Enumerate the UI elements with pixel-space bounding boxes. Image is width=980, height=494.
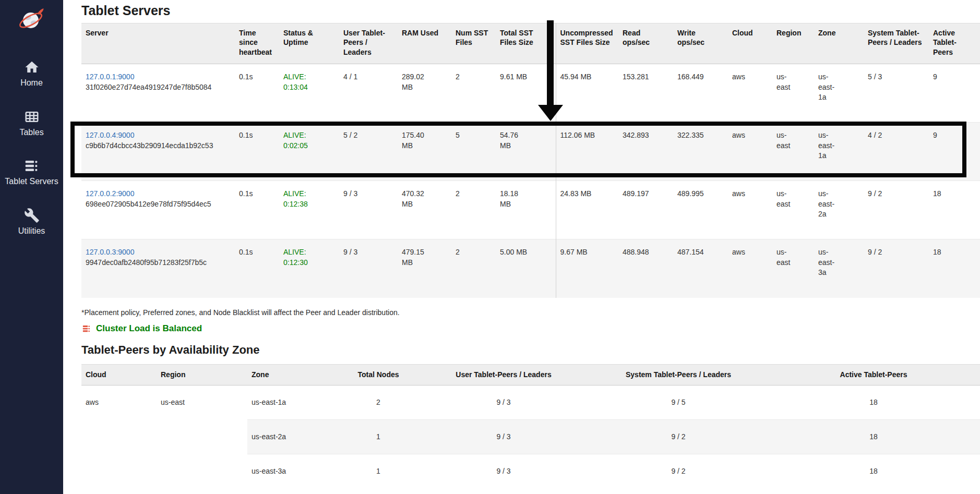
status-cell: ALIVE: 0:12:30 (279, 239, 339, 298)
zone-cell: us-east-2a (247, 419, 339, 454)
system-peers-cell: 5 / 3 (864, 64, 929, 123)
table-row: 127.0.0.2:9000 698ee072905b412e9e78fd75f… (81, 181, 980, 239)
active-peers-cell: 18 (767, 385, 980, 419)
status-text: ALIVE: (283, 72, 335, 82)
table-row: 127.0.0.3:9000 9947dec0afb2480f95b71283f… (81, 239, 980, 298)
zone-cell: us-east-1a (814, 123, 864, 181)
system-peers-cell: 9 / 2 (864, 181, 929, 239)
read-ops-cell: 153.281 (618, 64, 673, 123)
column-header: Cloud (81, 364, 157, 385)
uptime-text: 0:12:30 (283, 258, 335, 268)
write-ops-cell: 487.154 (673, 239, 728, 298)
column-header: Status & Uptime (279, 23, 339, 64)
active-peers-cell: 9 (929, 64, 980, 123)
total-nodes-cell: 1 (339, 454, 417, 488)
yugabyte-logo[interactable] (18, 5, 46, 35)
cluster-load-text: Cluster Load is Balanced (96, 323, 202, 334)
table-header-row: Cloud Region Zone Total Nodes User Table… (81, 364, 980, 385)
yugabyte-logo-icon (18, 5, 46, 33)
sidebar-item-utilities[interactable]: Utilities (18, 208, 45, 236)
total-nodes-cell: 2 (339, 385, 417, 419)
utilities-icon (24, 208, 40, 223)
server-uuid: 9947dec0afb2480f95b71283f25f7b5c (86, 258, 231, 268)
column-header: Write ops/sec (673, 23, 728, 64)
active-peers-cell: 18 (767, 454, 980, 488)
user-peers-cell: 9 / 3 (417, 454, 590, 488)
heartbeat-cell: 0.1s (235, 181, 279, 239)
active-peers-cell: 18 (929, 181, 980, 239)
heartbeat-cell: 0.1s (235, 123, 279, 181)
write-ops-cell: 489.995 (673, 181, 728, 239)
total-sst-cell: 9.61 MB (496, 64, 556, 123)
column-header: Num SST Files (451, 23, 496, 64)
column-header: Region (772, 23, 814, 64)
write-ops-cell: 322.335 (673, 123, 728, 181)
column-header: System Tablet-Peers / Leaders (590, 364, 767, 385)
uncompressed-sst-cell: 24.83 MB (556, 181, 618, 239)
cluster-load-status: Cluster Load is Balanced (81, 323, 980, 334)
table-row: aws us-east us-east-1a 2 9 / 3 9 / 5 18 (81, 385, 980, 419)
server-link[interactable]: 127.0.0.4:9000 (86, 131, 134, 139)
ram-cell: 289.02 MB (398, 64, 451, 123)
total-sst-cell: 54.76 MB (496, 123, 556, 181)
server-cell: 127.0.0.3:9000 9947dec0afb2480f95b71283f… (81, 239, 235, 298)
system-peers-cell: 9 / 5 (590, 385, 767, 419)
table-row: 127.0.0.1:9000 31f0260e27d74ea4919247de7… (81, 64, 980, 123)
column-header: Uncompressed SST Files Size (556, 23, 618, 64)
placement-footnote: *Placement policy, Preferred zones, and … (81, 308, 980, 317)
cluster-load-icon (81, 324, 91, 333)
tables-icon (24, 109, 40, 125)
read-ops-cell: 489.197 (618, 181, 673, 239)
read-ops-cell: 488.948 (618, 239, 673, 298)
sidebar-item-tables[interactable]: Tables (19, 109, 43, 137)
sidebar-item-label: Utilities (18, 226, 45, 236)
num-sst-cell: 5 (451, 123, 496, 181)
user-peers-cell: 9 / 3 (417, 419, 590, 454)
server-uuid: 31f0260e27d74ea4919247de7f8b5084 (86, 82, 231, 93)
system-peers-cell: 9 / 2 (864, 239, 929, 298)
system-peers-cell: 9 / 2 (590, 454, 767, 488)
active-peers-cell: 9 (929, 123, 980, 181)
sidebar-item-home[interactable]: Home (20, 59, 43, 88)
server-link[interactable]: 127.0.0.3:9000 (86, 248, 134, 256)
ram-cell: 175.40 MB (398, 123, 451, 181)
page-title: Tablet Servers (81, 3, 980, 18)
region-cell: us-east (157, 385, 247, 488)
sidebar-item-label: Home (20, 78, 43, 88)
server-link[interactable]: 127.0.0.1:9000 (86, 73, 134, 81)
zone-cell: us-east-3a (814, 239, 864, 298)
column-header: Cloud (728, 23, 772, 64)
status-text: ALIVE: (283, 247, 335, 258)
table-header-row: Server Time since heartbeat Status & Upt… (81, 23, 980, 64)
num-sst-cell: 2 (451, 181, 496, 239)
cloud-cell: aws (728, 123, 772, 181)
user-peers-cell: 9 / 3 (339, 181, 398, 239)
system-peers-cell: 9 / 2 (590, 419, 767, 454)
column-header: Active Tablet-Peers (767, 364, 980, 385)
column-header: Zone (814, 23, 864, 64)
uncompressed-sst-cell: 9.67 MB (556, 239, 618, 298)
server-uuid: c9b6b7d4cbcc43b290914ecda1b92c53 (86, 141, 231, 151)
user-peers-cell: 9 / 3 (339, 239, 398, 298)
server-link[interactable]: 127.0.0.2:9000 (86, 189, 134, 198)
uptime-text: 0:02:05 (283, 141, 335, 151)
uncompressed-sst-cell: 112.06 MB (556, 123, 618, 181)
system-peers-cell: 4 / 2 (864, 123, 929, 181)
server-cell: 127.0.0.1:9000 31f0260e27d74ea4919247de7… (81, 64, 235, 123)
uptime-text: 0:13:04 (283, 82, 335, 93)
total-sst-cell: 18.18 MB (496, 181, 556, 239)
user-peers-cell: 4 / 1 (339, 64, 398, 123)
column-header: Time since heartbeat (235, 23, 279, 64)
column-header: User Tablet-Peers / Leaders (417, 364, 590, 385)
sidebar-item-tablet-servers[interactable]: Tablet Servers (5, 158, 58, 186)
sidebar-item-label: Tables (19, 128, 43, 137)
column-header: Region (157, 364, 247, 385)
table-row-highlighted: 127.0.0.4:9000 c9b6b7d4cbcc43b290914ecda… (81, 123, 980, 181)
tablet-peers-by-az-table: Cloud Region Zone Total Nodes User Table… (81, 364, 980, 489)
column-header: Active Tablet-Peers (929, 23, 980, 64)
main-content: Tablet Servers Server Time since heartbe… (63, 0, 980, 488)
column-header: Server (81, 23, 235, 64)
sidebar-item-label: Tablet Servers (5, 177, 58, 186)
status-cell: ALIVE: 0:02:05 (279, 123, 339, 181)
write-ops-cell: 168.449 (673, 64, 728, 123)
